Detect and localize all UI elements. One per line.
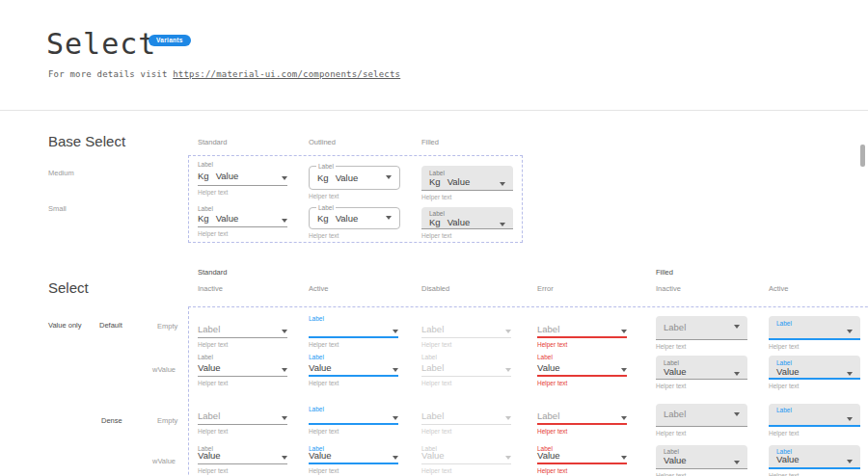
select-value: Value (664, 456, 687, 465)
row-variant-wvalue-dense: wValue (152, 457, 176, 465)
select-filled-active-value-dense[interactable]: Label Value Helper text (769, 445, 860, 476)
helper-text: Helper text (537, 380, 627, 386)
select-standard-active-empty[interactable]: Label Helper text (309, 314, 398, 348)
base-standard-medium-select[interactable]: Label KgValue Helper text (198, 160, 287, 196)
select-label: Label (776, 406, 853, 413)
select-label: Label (309, 353, 398, 361)
helper-text: Helper text (656, 430, 747, 436)
helper-text: Helper text (769, 383, 860, 389)
base-col-header-outlined: Outlined (309, 138, 336, 146)
state-header-filled-active: Active (769, 284, 788, 293)
helper-text: Helper text (309, 232, 400, 239)
select-standard-error-value[interactable]: Label Value Helper text (537, 353, 627, 386)
select-standard-disabled-empty-dense: Label Helper text (421, 405, 511, 435)
select-value: Value (309, 363, 332, 373)
select-value: Value (537, 451, 560, 461)
select-placeholder: Label (537, 411, 559, 421)
select-value: Value (537, 363, 560, 373)
select-label: Label (664, 447, 740, 455)
base-outlined-medium-select[interactable]: Label KgValue Helper text (309, 166, 400, 199)
select-label: Label (316, 204, 336, 211)
base-select-heading: Base Select (48, 133, 125, 149)
select-label: Label (421, 353, 511, 361)
select-standard-inactive-value-dense[interactable]: Label Value Helper text (198, 444, 287, 474)
details-link[interactable]: https://material-ui.com/components/selec… (173, 69, 400, 79)
select-filled-active-value[interactable]: Label Value Helper text (769, 356, 860, 389)
select-value: Value (309, 451, 332, 461)
select-value: KgValue (198, 214, 238, 224)
select-value: KgValue (317, 173, 358, 183)
page-title: Select (46, 27, 156, 61)
helper-text: Helper text (309, 380, 398, 386)
scrollbar-thumb[interactable] (860, 145, 865, 167)
select-standard-inactive-empty[interactable]: Label Helper text (198, 314, 287, 348)
chevron-down-icon (847, 460, 853, 463)
select-label: Label (309, 314, 398, 323)
helper-text: Helper text (309, 193, 400, 199)
helper-text: Helper text (421, 380, 511, 386)
select-value: Value (198, 363, 221, 373)
helper-text: Helper text (198, 341, 287, 348)
chevron-down-icon (282, 219, 287, 223)
select-standard-active-value[interactable]: Label Value Helper text (309, 353, 398, 386)
base-standard-small-select[interactable]: Label KgValue Helper text (198, 204, 287, 237)
select-label: Label (198, 204, 287, 213)
select-value: KgValue (198, 172, 238, 181)
base-filled-medium-select[interactable]: Label KgValue Helper text (421, 166, 513, 200)
chevron-down-icon (621, 456, 627, 460)
select-filled-inactive-value[interactable]: Label Value Helper text (656, 356, 747, 389)
select-filled-active-empty-dense[interactable]: Label Helper text (769, 404, 860, 436)
select-standard-inactive-value[interactable]: Label Value Helper text (198, 353, 287, 386)
select-filled-inactive-value-dense[interactable]: Label Value Helper text (656, 445, 747, 476)
helper-text: Helper text (421, 467, 511, 474)
page: Select Variants For more details visit h… (0, 0, 868, 476)
helper-text: Helper text (198, 467, 287, 474)
helper-text: Helper text (656, 472, 747, 476)
select-standard-inactive-empty-dense[interactable]: Label Helper text (198, 405, 287, 435)
row-variant-wvalue: wValue (152, 365, 176, 374)
base-row-label-medium: Medium (48, 169, 74, 177)
state-header-filled-inactive: Inactive (656, 284, 681, 293)
chevron-down-icon (621, 330, 627, 333)
chevron-down-icon (386, 216, 392, 220)
chevron-down-icon (621, 368, 627, 372)
state-header-active: Active (309, 284, 328, 293)
group-header-standard: Standard (198, 268, 227, 277)
chevron-down-icon (282, 330, 287, 333)
select-label: Label (309, 405, 398, 412)
helper-text: Helper text (537, 341, 627, 348)
select-standard-error-empty[interactable]: Label Helper text (537, 314, 627, 348)
select-placeholder: Label (198, 411, 220, 421)
select-standard-active-value-dense[interactable]: Label Value Helper text (309, 444, 398, 474)
select-placeholder: Label (664, 323, 686, 332)
select-frame (188, 306, 868, 476)
base-outlined-small-select[interactable]: Label KgValue Helper text (309, 207, 400, 239)
chevron-down-icon (282, 368, 287, 372)
select-standard-error-value-dense[interactable]: Label Value Helper text (537, 444, 627, 474)
helper-text: Helper text (421, 232, 513, 239)
helper-text: Helper text (309, 428, 398, 435)
base-filled-small-select[interactable]: Label KgValue Helper text (421, 207, 513, 239)
select-label: Label (537, 353, 627, 361)
helper-text: Helper text (769, 430, 860, 436)
select-filled-inactive-empty-dense[interactable]: Label Helper text (656, 404, 747, 436)
chevron-down-icon (393, 330, 398, 333)
select-filled-active-empty[interactable]: Label Helper text (769, 316, 860, 350)
row-group-dense: Dense (101, 416, 122, 425)
chevron-down-icon (282, 416, 287, 420)
row-variant-empty-dense: Empty (157, 416, 177, 425)
select-placeholder: Label (421, 411, 444, 421)
row-category-label: Value only (48, 321, 81, 330)
select-value: Value (776, 367, 800, 377)
chevron-down-icon (734, 372, 740, 376)
select-standard-error-empty-dense[interactable]: Label Helper text (537, 405, 627, 435)
helper-text: Helper text (769, 343, 860, 350)
select-standard-disabled-empty: Label Helper text (421, 314, 511, 348)
chevron-down-icon (734, 461, 740, 464)
select-heading: Select (48, 279, 89, 296)
chevron-down-icon (505, 456, 511, 460)
helper-text: Helper text (656, 383, 747, 389)
select-filled-inactive-empty[interactable]: Label Helper text (656, 316, 747, 350)
select-standard-active-empty-dense[interactable]: Label Helper text (309, 405, 398, 435)
state-header-error: Error (537, 284, 554, 293)
